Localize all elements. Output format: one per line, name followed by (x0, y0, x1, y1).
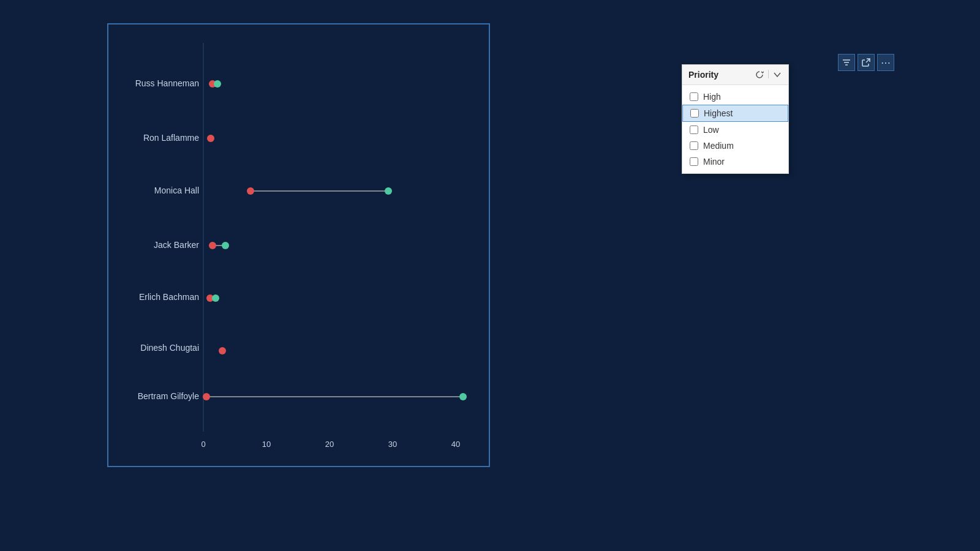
dot-bertram-1 (203, 393, 210, 400)
x-label-10: 10 (262, 440, 271, 449)
x-label-0: 0 (201, 440, 205, 449)
filter-label-high: High (703, 92, 721, 102)
export-button[interactable] (858, 54, 875, 71)
chart-svg: Russ Hanneman Ron Laflamme Monica Hall J… (108, 24, 489, 466)
x-label-20: 20 (325, 440, 334, 449)
filter-label-low: Low (703, 125, 719, 135)
dot-jack-2 (222, 242, 229, 249)
more-icon: ⋯ (881, 57, 891, 69)
svg-line-3 (866, 59, 870, 62)
chevron-down-icon (774, 72, 781, 77)
dot-monica-2 (385, 187, 392, 195)
dot-erlich-2 (212, 294, 219, 302)
filter-button[interactable] (838, 54, 855, 71)
filter-checkbox-highest[interactable] (690, 109, 699, 118)
filter-collapse-button[interactable] (772, 70, 782, 80)
x-label-40: 40 (451, 440, 460, 449)
filter-item-medium[interactable]: Medium (682, 138, 788, 154)
dot-russ-2 (214, 80, 221, 88)
filter-checkbox-high[interactable] (690, 92, 698, 101)
filter-item-high[interactable]: High (682, 89, 788, 105)
header-divider (768, 70, 769, 78)
dot-bertram-2 (459, 393, 467, 400)
filter-label-highest: Highest (704, 108, 733, 118)
chart-container: Russ Hanneman Ron Laflamme Monica Hall J… (107, 23, 490, 467)
filter-reset-button[interactable] (755, 70, 764, 80)
filter-panel: Priority High Highest (682, 64, 789, 174)
dot-jack-1 (209, 242, 216, 249)
filter-checkbox-minor[interactable] (690, 157, 698, 166)
filter-item-minor[interactable]: Minor (682, 154, 788, 170)
dot-ron-1 (207, 135, 214, 142)
y-label-russ: Russ Hanneman (135, 78, 199, 88)
reset-icon (755, 70, 764, 79)
y-label-dinesh: Dinesh Chugtai (140, 343, 199, 353)
export-icon (861, 58, 871, 67)
more-button[interactable]: ⋯ (877, 54, 894, 71)
toolbar-icons: ⋯ (838, 54, 894, 71)
filter-items-list: High Highest Low Medium Minor (682, 85, 788, 173)
filter-checkbox-medium[interactable] (690, 141, 698, 150)
y-label-ron: Ron Laflamme (143, 133, 199, 143)
dot-monica-1 (247, 187, 254, 195)
filter-checkbox-low[interactable] (690, 126, 698, 134)
y-label-erlich: Erlich Bachman (139, 292, 199, 302)
filter-header-icons (755, 70, 782, 80)
y-label-monica: Monica Hall (154, 186, 199, 195)
filter-item-low[interactable]: Low (682, 122, 788, 138)
y-label-jack: Jack Barker (154, 240, 199, 250)
dot-dinesh-1 (219, 347, 226, 354)
filter-icon (842, 58, 851, 67)
x-label-30: 30 (388, 440, 397, 449)
y-label-bertram: Bertram Gilfoyle (138, 391, 200, 401)
filter-item-highest[interactable]: Highest (682, 105, 788, 122)
filter-panel-header: Priority (682, 65, 788, 85)
filter-label-medium: Medium (703, 141, 734, 151)
filter-panel-title: Priority (688, 70, 718, 80)
filter-label-minor: Minor (703, 157, 725, 167)
